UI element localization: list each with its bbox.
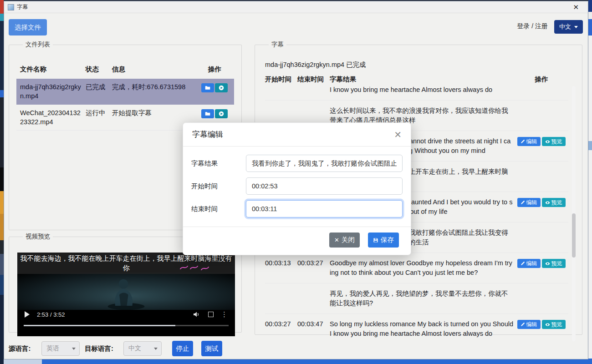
start-time-input[interactable] <box>246 177 403 195</box>
file-table-header: 文件名称 状态 信息 操作 <box>16 65 234 74</box>
file-name-cell: mda-jj7qh36zig2rgkyn.mp4 <box>20 82 86 101</box>
end-time-input[interactable] <box>246 200 403 217</box>
eye-icon <box>545 200 550 205</box>
more-options-icon[interactable]: ⋮ <box>221 310 228 318</box>
subtitle-end-cell: 00:03:27 <box>297 258 330 278</box>
caret-down-icon <box>574 26 578 28</box>
preview-button[interactable]: 预览 <box>542 137 566 146</box>
play-video-button[interactable] <box>215 109 228 118</box>
window-close-button[interactable]: ✕ <box>567 3 584 11</box>
play-video-button[interactable] <box>215 83 228 92</box>
target-language-label: 目标语言: <box>85 344 113 353</box>
preview-button-label: 预览 <box>551 260 562 268</box>
subtitle-edit-dialog: 字幕编辑 ✕ 字幕结果 开始时间 结束时间 ✕ 关闭 <box>183 122 411 255</box>
dialog-save-button[interactable]: 保存 <box>368 233 399 248</box>
subtitle-file-status: mda-jj7qh36zig2rgkyn.mp4 已完成 <box>265 61 366 69</box>
save-icon <box>373 238 378 243</box>
row-actions: 编辑 预览 <box>514 197 568 217</box>
pencil-icon <box>521 200 525 205</box>
dialog-title: 字幕编辑 <box>192 129 223 140</box>
file-row-actions <box>195 82 234 101</box>
taskbar-strip <box>0 359 592 364</box>
open-folder-button[interactable] <box>201 83 214 92</box>
dialog-close-button[interactable]: ✕ 关闭 <box>329 233 360 248</box>
folder-icon <box>205 111 210 116</box>
video-seek-bar[interactable] <box>24 325 229 326</box>
subtitle-row: 再见，我的爱人再见，我绝望的梦，我尽量不去想你，你就不能让我这样吗? <box>265 283 568 314</box>
pencil-icon <box>521 322 525 327</box>
folder-icon <box>205 85 210 91</box>
edit-button[interactable]: 编辑 <box>517 198 541 207</box>
app-icon <box>8 4 14 10</box>
row-actions <box>514 167 568 186</box>
file-name-cell: WeChat_20230413223322.mp4 <box>20 108 86 126</box>
edit-button[interactable]: 编辑 <box>517 259 541 268</box>
file-status-cell: 运行中 <box>86 108 112 126</box>
login-register-link[interactable]: 登录 / 注册 <box>517 22 548 30</box>
video-watermark <box>179 264 214 271</box>
close-icon: ✕ <box>334 237 339 243</box>
caret-down-icon <box>154 348 158 350</box>
subtitle-result-input[interactable] <box>246 155 403 172</box>
open-folder-button[interactable] <box>201 109 214 118</box>
eye-icon <box>545 139 550 144</box>
target-language-value: 中文 <box>128 344 141 353</box>
choose-file-button[interactable]: 选择文件 <box>9 19 47 35</box>
subtitle-start-cell <box>265 85 297 95</box>
header-actions: 操作 <box>195 65 234 74</box>
subtitle-end-cell: 00:03:47 <box>297 319 330 339</box>
subtitle-row: 00:03:27 00:03:47 So long my luckless ro… <box>265 314 568 341</box>
subtitle-end-cell <box>297 85 330 95</box>
desktop-edge-left <box>0 0 4 364</box>
edit-button[interactable]: 编辑 <box>517 320 541 329</box>
header-end-time: 结束时间 <box>297 75 330 84</box>
dialog-close-icon[interactable]: ✕ <box>394 130 402 139</box>
target-language-select[interactable]: 中文 <box>123 341 162 356</box>
language-dropdown-button[interactable]: 中文 <box>554 20 583 34</box>
test-button[interactable]: 测试 <box>201 341 222 356</box>
play-icon[interactable] <box>25 311 30 318</box>
scrollbar-thumb[interactable] <box>572 213 576 258</box>
file-row[interactable]: mda-jj7qh36zig2rgkyn.mp4 已完成 完成，耗时:676.6… <box>16 79 234 105</box>
scrollbar[interactable] <box>572 86 576 341</box>
desktop-edge-right <box>588 0 592 364</box>
header-info: 信息 <box>112 65 195 74</box>
subtitle-legend: 字幕 <box>269 40 286 49</box>
video-player[interactable]: 我不能去海边，我不能在晚上开车走在街上，我早上醒来时脑海里没有你 2:53 / … <box>17 253 235 336</box>
stop-button[interactable]: 停止 <box>172 341 193 356</box>
end-time-label: 结束时间 <box>191 205 246 213</box>
subtitle-text-cell: So long my luckless romance My back is t… <box>330 319 514 339</box>
row-actions: 编辑 预览 <box>514 319 568 339</box>
preview-button-label: 预览 <box>551 138 562 146</box>
pencil-icon <box>521 139 525 144</box>
edit-button-label: 编辑 <box>526 138 537 146</box>
file-info-cell: 完成，耗时:676.6731598 <box>112 82 195 101</box>
subtitle-text-cell: 再见，我的爱人再见，我绝望的梦，我尽量不去想你，你就不能让我这样吗? <box>330 289 514 308</box>
preview-button[interactable]: 预览 <box>542 259 566 268</box>
source-language-select[interactable]: 英语 <box>41 341 80 356</box>
dialog-close-button-label: 关闭 <box>342 236 355 244</box>
video-seek-played <box>24 325 175 326</box>
volume-icon[interactable] <box>193 311 200 318</box>
header-start-time: 开始时间 <box>265 75 297 84</box>
preview-button[interactable]: 预览 <box>542 320 566 329</box>
form-row: 结束时间 <box>191 200 403 217</box>
subtitle-row: 00:03:13 00:03:27 Goodbye my almost love… <box>265 253 568 283</box>
video-controls: 2:53 / 3:52 ⋮ <box>17 306 235 323</box>
dialog-header: 字幕编辑 ✕ <box>183 123 411 147</box>
subtitle-row: So long my luckless romance My back is t… <box>265 85 568 101</box>
titlebar: 字幕 ✕ <box>4 1 588 13</box>
row-actions <box>514 106 568 125</box>
preview-button[interactable]: 预览 <box>542 198 566 207</box>
edit-button-label: 编辑 <box>526 321 537 329</box>
eye-icon <box>545 322 550 327</box>
window-title: 字幕 <box>17 3 28 11</box>
caret-down-icon <box>72 348 76 350</box>
eye-icon <box>545 261 550 266</box>
pencil-icon <box>521 261 525 266</box>
row-actions <box>514 85 568 95</box>
subtitle-start-cell: 00:03:27 <box>265 319 297 339</box>
edit-button[interactable]: 编辑 <box>517 137 541 146</box>
language-bar: 源语言: 英语 目标语言: 中文 停止 测试 <box>9 340 245 357</box>
fullscreen-icon[interactable] <box>208 312 214 317</box>
